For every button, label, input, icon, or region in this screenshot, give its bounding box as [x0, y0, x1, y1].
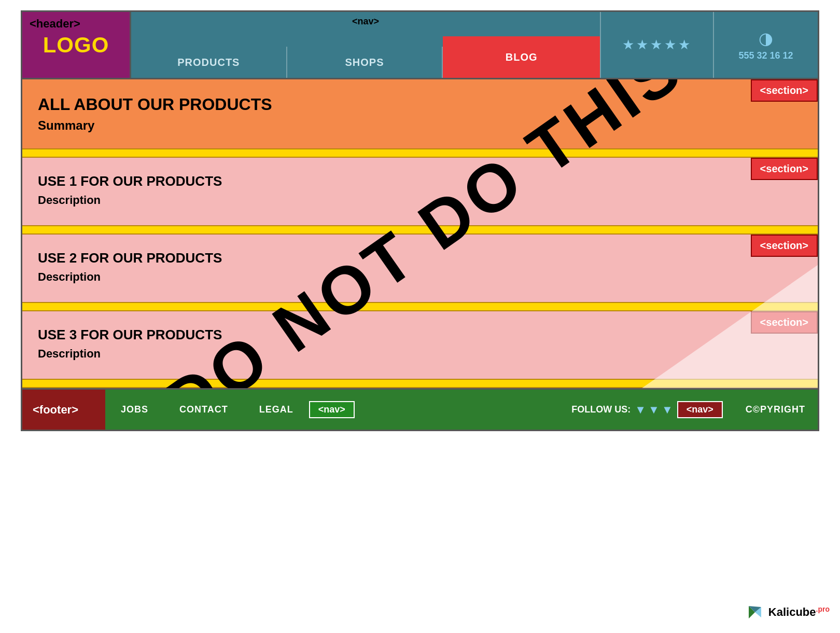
footer-follow: FOLLOW US: ▼ ▼ ▼ <nav> [561, 401, 733, 418]
section-tag-3: <section> [751, 311, 818, 334]
header-tag: <header> [24, 14, 86, 34]
footer-follow-nav-tag: <nav> [677, 401, 723, 418]
section-2-row: USE 2 FOR OUR PRODUCTS Description <sect… [22, 235, 818, 302]
stars-box: ★★★★★ [600, 12, 714, 78]
header: <header> LOGO <nav> PRODUCTS SHOPS BLOG … [22, 12, 818, 79]
kalicube-name: Kalicube.pro [768, 605, 830, 619]
divider-3 [22, 302, 818, 311]
hero-section-row: ALL ABOUT OUR PRODUCTS Summary <section> [22, 79, 818, 148]
section-tag-0: <section> [751, 79, 818, 102]
social-icon-1[interactable]: ▼ [635, 403, 646, 417]
phone-icon: ◑ [759, 29, 773, 48]
footer-nav-contact[interactable]: CONTACT [164, 404, 244, 415]
nav-item-blog[interactable]: BLOG [443, 36, 600, 78]
section-tag-1: <section> [751, 158, 818, 180]
nav-tag: <nav> [352, 16, 379, 27]
footer: <footer> JOBS CONTACT LEGAL <nav> FOLLOW… [22, 388, 818, 430]
section-1: USE 1 FOR OUR PRODUCTS Description [22, 158, 818, 225]
section-3-row: USE 3 FOR OUR PRODUCTS Description <sect… [22, 311, 818, 379]
footer-nav-legal[interactable]: LEGAL [244, 404, 309, 415]
nav-area: <nav> PRODUCTS SHOPS BLOG [131, 12, 600, 78]
divider-1 [22, 148, 818, 158]
section-1-desc: Description [38, 194, 802, 207]
footer-nav-tag: <nav> [309, 401, 355, 418]
social-icon-2[interactable]: ▼ [648, 403, 660, 417]
section-2: USE 2 FOR OUR PRODUCTS Description [22, 235, 818, 302]
phone-number: 555 32 16 12 [738, 50, 793, 61]
section-2-desc: Description [38, 270, 802, 284]
hero-section: ALL ABOUT OUR PRODUCTS Summary [22, 79, 818, 148]
divider-2 [22, 225, 818, 235]
section-3-desc: Description [38, 347, 802, 361]
kalicube-logo: Kalicube.pro [745, 602, 830, 623]
divider-4 [22, 379, 818, 388]
kalicube-icon [745, 602, 765, 623]
footer-nav: JOBS CONTACT LEGAL <nav> [105, 390, 561, 430]
section-tag-2: <section> [751, 235, 818, 257]
section-3-title: USE 3 FOR OUR PRODUCTS [38, 327, 802, 343]
section-1-row: USE 1 FOR OUR PRODUCTS Description <sect… [22, 158, 818, 225]
hero-title: ALL ABOUT OUR PRODUCTS [38, 95, 802, 114]
section-3: USE 3 FOR OUR PRODUCTS Description [22, 311, 818, 379]
section-2-title: USE 2 FOR OUR PRODUCTS [38, 250, 802, 266]
hero-subtitle: Summary [38, 118, 802, 133]
social-icon-3[interactable]: ▼ [662, 403, 673, 417]
logo: LOGO [43, 33, 109, 58]
nav-item-shops[interactable]: SHOPS [287, 47, 443, 78]
stars: ★★★★★ [622, 37, 692, 53]
phone-box: ◑ 555 32 16 12 [714, 12, 818, 78]
footer-follow-label: FOLLOW US: [571, 404, 631, 415]
nav-item-products[interactable]: PRODUCTS [131, 47, 287, 78]
footer-copyright: C©PYRIGHT [733, 404, 818, 415]
footer-social-icons: ▼ ▼ ▼ [635, 403, 673, 417]
footer-tag: <footer> [22, 390, 105, 430]
section-1-title: USE 1 FOR OUR PRODUCTS [38, 173, 802, 189]
page-wrapper: <header> LOGO <nav> PRODUCTS SHOPS BLOG … [21, 10, 819, 431]
main-content: DO NOT DO THIS ALL ABOUT OUR PRODUCTS Su… [22, 79, 818, 388]
footer-nav-jobs[interactable]: JOBS [105, 404, 164, 415]
